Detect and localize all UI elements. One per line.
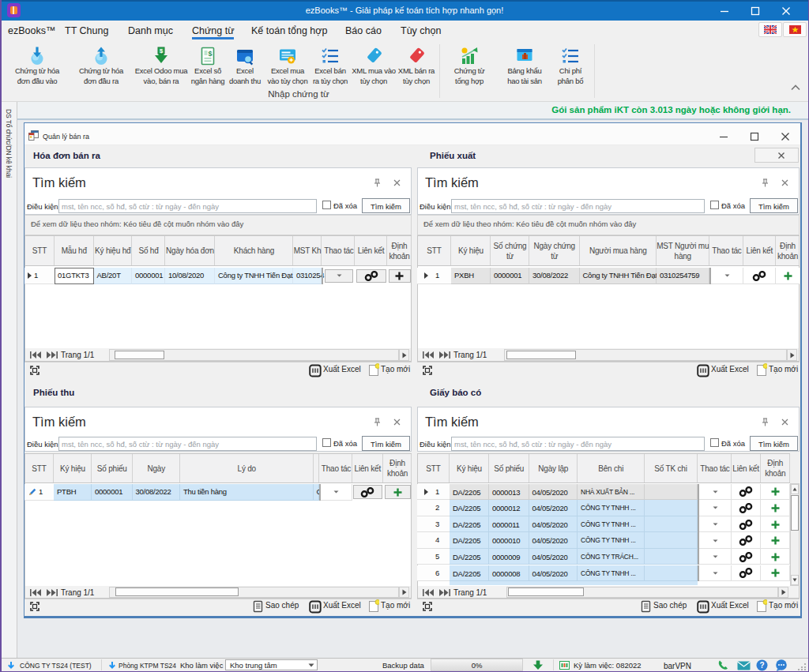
svg-text:$: $ <box>208 50 212 58</box>
svg-text:?: ? <box>759 661 764 670</box>
